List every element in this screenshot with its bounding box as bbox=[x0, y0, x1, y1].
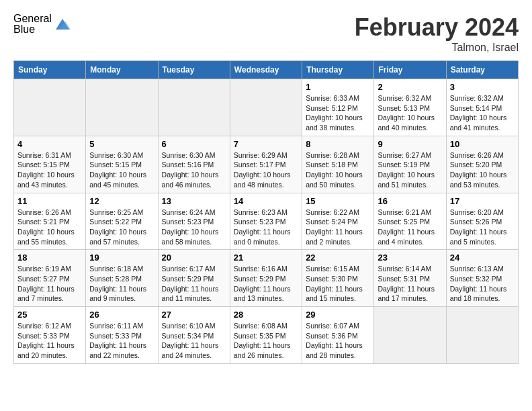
header-row: SundayMondayTuesdayWednesdayThursdayFrid… bbox=[14, 61, 519, 79]
day-number: 17 bbox=[450, 196, 515, 206]
day-number: 4 bbox=[17, 139, 82, 149]
day-cell: 22Sunrise: 6:15 AMSunset: 5:30 PMDayligh… bbox=[302, 250, 374, 307]
header-friday: Friday bbox=[374, 61, 446, 79]
day-info: Sunrise: 6:33 AMSunset: 5:12 PMDaylight:… bbox=[306, 93, 370, 133]
day-number: 11 bbox=[17, 196, 82, 206]
logo: General Blue bbox=[13, 13, 71, 35]
day-cell: 3Sunrise: 6:32 AMSunset: 5:14 PMDaylight… bbox=[446, 79, 518, 136]
header-saturday: Saturday bbox=[446, 61, 518, 79]
day-info: Sunrise: 6:15 AMSunset: 5:30 PMDaylight:… bbox=[306, 264, 370, 304]
day-cell: 18Sunrise: 6:19 AMSunset: 5:27 PMDayligh… bbox=[14, 250, 86, 307]
header-tuesday: Tuesday bbox=[158, 61, 230, 79]
week-row-1: 4Sunrise: 6:31 AMSunset: 5:15 PMDaylight… bbox=[14, 136, 519, 193]
day-cell: 20Sunrise: 6:17 AMSunset: 5:29 PMDayligh… bbox=[158, 250, 230, 307]
day-number: 26 bbox=[89, 310, 154, 320]
day-number: 28 bbox=[234, 310, 298, 320]
day-number: 8 bbox=[306, 139, 370, 149]
day-cell: 4Sunrise: 6:31 AMSunset: 5:15 PMDaylight… bbox=[14, 136, 86, 193]
day-cell: 21Sunrise: 6:16 AMSunset: 5:29 PMDayligh… bbox=[230, 250, 302, 307]
sub-title: Talmon, Israel bbox=[355, 42, 519, 54]
day-info: Sunrise: 6:13 AMSunset: 5:32 PMDaylight:… bbox=[450, 264, 515, 304]
day-cell: 10Sunrise: 6:26 AMSunset: 5:20 PMDayligh… bbox=[446, 136, 518, 193]
week-row-0: 1Sunrise: 6:33 AMSunset: 5:12 PMDaylight… bbox=[14, 79, 519, 136]
day-info: Sunrise: 6:28 AMSunset: 5:18 PMDaylight:… bbox=[306, 150, 370, 190]
day-cell: 2Sunrise: 6:32 AMSunset: 5:13 PMDaylight… bbox=[374, 79, 446, 136]
day-info: Sunrise: 6:24 AMSunset: 5:23 PMDaylight:… bbox=[162, 208, 226, 247]
day-number: 20 bbox=[162, 253, 226, 263]
day-info: Sunrise: 6:25 AMSunset: 5:22 PMDaylight:… bbox=[89, 208, 154, 247]
header-wednesday: Wednesday bbox=[230, 61, 302, 79]
day-cell: 1Sunrise: 6:33 AMSunset: 5:12 PMDaylight… bbox=[302, 79, 374, 136]
day-cell: 24Sunrise: 6:13 AMSunset: 5:32 PMDayligh… bbox=[446, 250, 518, 307]
day-info: Sunrise: 6:14 AMSunset: 5:31 PMDaylight:… bbox=[378, 264, 442, 304]
day-info: Sunrise: 6:08 AMSunset: 5:35 PMDaylight:… bbox=[234, 321, 298, 361]
header-thursday: Thursday bbox=[302, 61, 374, 79]
day-info: Sunrise: 6:32 AMSunset: 5:13 PMDaylight:… bbox=[378, 93, 442, 133]
day-cell: 9Sunrise: 6:27 AMSunset: 5:19 PMDaylight… bbox=[374, 136, 446, 193]
day-cell: 8Sunrise: 6:28 AMSunset: 5:18 PMDaylight… bbox=[302, 136, 374, 193]
day-cell bbox=[86, 79, 158, 136]
day-number: 24 bbox=[450, 253, 515, 263]
logo-blue: Blue bbox=[13, 24, 52, 35]
day-info: Sunrise: 6:18 AMSunset: 5:28 PMDaylight:… bbox=[89, 264, 154, 304]
day-info: Sunrise: 6:20 AMSunset: 5:26 PMDaylight:… bbox=[450, 208, 515, 247]
day-info: Sunrise: 6:30 AMSunset: 5:16 PMDaylight:… bbox=[162, 150, 226, 190]
day-cell bbox=[374, 307, 446, 364]
day-cell: 5Sunrise: 6:30 AMSunset: 5:15 PMDaylight… bbox=[86, 136, 158, 193]
day-cell: 28Sunrise: 6:08 AMSunset: 5:35 PMDayligh… bbox=[230, 307, 302, 364]
day-info: Sunrise: 6:31 AMSunset: 5:15 PMDaylight:… bbox=[17, 150, 82, 190]
day-info: Sunrise: 6:32 AMSunset: 5:14 PMDaylight:… bbox=[450, 93, 515, 133]
logo-text: General Blue bbox=[13, 13, 52, 35]
day-info: Sunrise: 6:10 AMSunset: 5:34 PMDaylight:… bbox=[162, 321, 226, 361]
day-cell: 13Sunrise: 6:24 AMSunset: 5:23 PMDayligh… bbox=[158, 193, 230, 250]
day-cell bbox=[14, 79, 86, 136]
day-info: Sunrise: 6:29 AMSunset: 5:17 PMDaylight:… bbox=[234, 150, 298, 190]
day-info: Sunrise: 6:21 AMSunset: 5:25 PMDaylight:… bbox=[378, 208, 442, 247]
day-number: 19 bbox=[89, 253, 154, 263]
day-cell: 11Sunrise: 6:26 AMSunset: 5:21 PMDayligh… bbox=[14, 193, 86, 250]
day-number: 29 bbox=[306, 310, 370, 320]
day-cell bbox=[158, 79, 230, 136]
day-number: 18 bbox=[17, 253, 82, 263]
day-number: 21 bbox=[234, 253, 298, 263]
day-info: Sunrise: 6:30 AMSunset: 5:15 PMDaylight:… bbox=[89, 150, 154, 190]
day-info: Sunrise: 6:26 AMSunset: 5:20 PMDaylight:… bbox=[450, 150, 515, 190]
day-cell bbox=[230, 79, 302, 136]
main-title: February 2024 bbox=[355, 13, 519, 42]
day-cell: 6Sunrise: 6:30 AMSunset: 5:16 PMDaylight… bbox=[158, 136, 230, 193]
calendar-header: SundayMondayTuesdayWednesdayThursdayFrid… bbox=[14, 61, 519, 79]
day-number: 3 bbox=[450, 82, 515, 92]
calendar-body: 1Sunrise: 6:33 AMSunset: 5:12 PMDaylight… bbox=[14, 79, 519, 364]
day-number: 14 bbox=[234, 196, 298, 206]
day-cell: 23Sunrise: 6:14 AMSunset: 5:31 PMDayligh… bbox=[374, 250, 446, 307]
day-cell: 27Sunrise: 6:10 AMSunset: 5:34 PMDayligh… bbox=[158, 307, 230, 364]
week-row-4: 25Sunrise: 6:12 AMSunset: 5:33 PMDayligh… bbox=[14, 307, 519, 364]
day-number: 15 bbox=[306, 196, 370, 206]
logo-general: General bbox=[13, 13, 52, 24]
page-header: General Blue February 2024 Talmon, Israe… bbox=[13, 13, 519, 54]
week-row-2: 11Sunrise: 6:26 AMSunset: 5:21 PMDayligh… bbox=[14, 193, 519, 250]
day-info: Sunrise: 6:22 AMSunset: 5:24 PMDaylight:… bbox=[306, 208, 370, 247]
day-cell: 26Sunrise: 6:11 AMSunset: 5:33 PMDayligh… bbox=[86, 307, 158, 364]
day-info: Sunrise: 6:19 AMSunset: 5:27 PMDaylight:… bbox=[17, 264, 82, 304]
day-cell: 25Sunrise: 6:12 AMSunset: 5:33 PMDayligh… bbox=[14, 307, 86, 364]
day-number: 9 bbox=[378, 139, 442, 149]
day-cell bbox=[446, 307, 518, 364]
day-number: 5 bbox=[89, 139, 154, 149]
day-cell: 12Sunrise: 6:25 AMSunset: 5:22 PMDayligh… bbox=[86, 193, 158, 250]
day-number: 23 bbox=[378, 253, 442, 263]
day-info: Sunrise: 6:17 AMSunset: 5:29 PMDaylight:… bbox=[162, 264, 226, 304]
day-number: 6 bbox=[162, 139, 226, 149]
day-info: Sunrise: 6:23 AMSunset: 5:23 PMDaylight:… bbox=[234, 208, 298, 247]
day-number: 13 bbox=[162, 196, 226, 206]
day-cell: 16Sunrise: 6:21 AMSunset: 5:25 PMDayligh… bbox=[374, 193, 446, 250]
day-info: Sunrise: 6:26 AMSunset: 5:21 PMDaylight:… bbox=[17, 208, 82, 247]
day-cell: 14Sunrise: 6:23 AMSunset: 5:23 PMDayligh… bbox=[230, 193, 302, 250]
header-monday: Monday bbox=[86, 61, 158, 79]
day-info: Sunrise: 6:16 AMSunset: 5:29 PMDaylight:… bbox=[234, 264, 298, 304]
day-info: Sunrise: 6:12 AMSunset: 5:33 PMDaylight:… bbox=[17, 321, 82, 361]
day-cell: 15Sunrise: 6:22 AMSunset: 5:24 PMDayligh… bbox=[302, 193, 374, 250]
day-info: Sunrise: 6:11 AMSunset: 5:33 PMDaylight:… bbox=[89, 321, 154, 361]
day-number: 7 bbox=[234, 139, 298, 149]
day-cell: 19Sunrise: 6:18 AMSunset: 5:28 PMDayligh… bbox=[86, 250, 158, 307]
